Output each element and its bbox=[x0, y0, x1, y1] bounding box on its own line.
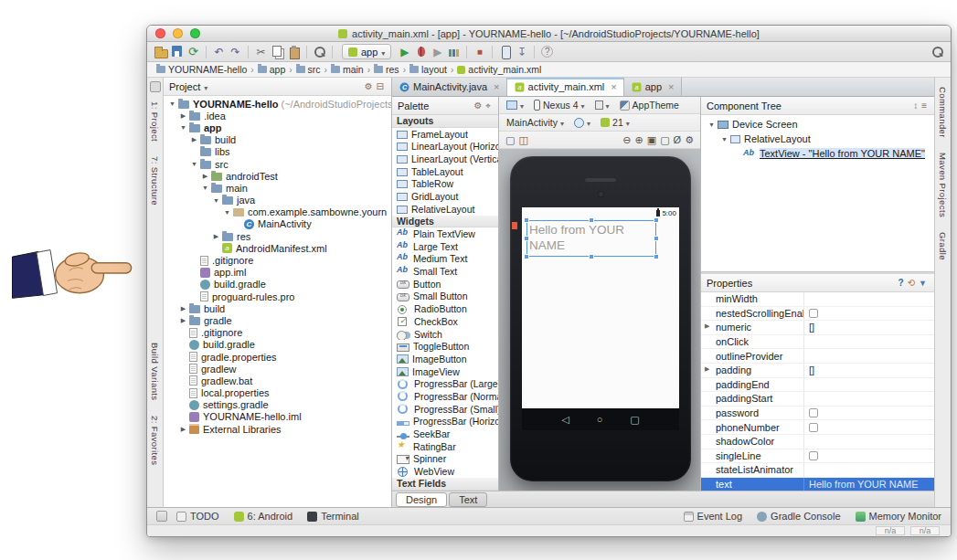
expand-arrow-icon[interactable]: ▶ bbox=[200, 173, 210, 180]
property-row[interactable]: textHello from YOUR NAME bbox=[701, 478, 934, 491]
palette-item[interactable]: Switch bbox=[392, 328, 498, 341]
redo-icon[interactable]: ↷ bbox=[228, 44, 243, 59]
palette-item[interactable]: LinearLayout (Vertical) bbox=[392, 153, 498, 165]
selected-textview[interactable]: Hello from YOUR NAME bbox=[526, 220, 656, 257]
property-row[interactable]: paddingEnd bbox=[701, 378, 934, 393]
expand-arrow-icon[interactable]: ▼ bbox=[707, 122, 717, 128]
nav-recents-icon[interactable]: ▢ bbox=[630, 414, 639, 426]
nav-home-icon[interactable]: ○ bbox=[597, 414, 603, 425]
property-row[interactable]: shadowColor bbox=[701, 435, 934, 449]
component-tree-item[interactable]: TextView - "Hello from YOUR NAME" bbox=[701, 146, 934, 161]
property-row[interactable]: onClick bbox=[701, 335, 934, 350]
expand-arrow-icon[interactable]: ▶ bbox=[705, 365, 709, 373]
property-row[interactable]: minWidth bbox=[701, 292, 934, 307]
resize-handle[interactable] bbox=[589, 254, 594, 259]
close-icon[interactable]: × bbox=[611, 81, 616, 92]
device-screen[interactable]: 5:00 Hello from YOUR NAME bbox=[522, 207, 679, 430]
checkbox-unchecked-icon[interactable] bbox=[809, 408, 818, 417]
device-frame-toggle-icon[interactable]: ▢ bbox=[504, 134, 516, 145]
tree-item[interactable]: build.gradle bbox=[164, 339, 391, 351]
palette-item[interactable]: ProgressBar (Horizonta bbox=[392, 416, 498, 428]
tree-item[interactable]: proguard-rules.pro bbox=[164, 291, 391, 302]
tree-item[interactable]: MainActivity bbox=[164, 218, 391, 230]
tree-item[interactable]: ▼main bbox=[164, 182, 391, 194]
expand-arrow-icon[interactable]: ▼ bbox=[211, 197, 221, 204]
run-icon[interactable]: ▶ bbox=[397, 44, 412, 59]
palette-item[interactable]: FrameLayout bbox=[392, 128, 498, 141]
property-value[interactable] bbox=[803, 435, 934, 449]
layout-bounds-toggle-icon[interactable]: ◫ bbox=[516, 134, 529, 145]
expand-arrow-icon[interactable]: ▼ bbox=[178, 124, 188, 131]
palette-item[interactable]: ImageView bbox=[392, 365, 498, 378]
editor-tab[interactable]: app× bbox=[624, 78, 682, 96]
tree-item[interactable]: ▶androidTest bbox=[164, 170, 391, 182]
coverage-icon[interactable]: ▶ bbox=[430, 44, 445, 59]
help-icon[interactable]: ? bbox=[541, 46, 553, 58]
collapse-icon[interactable]: ⊟ bbox=[375, 81, 386, 91]
paste-icon[interactable] bbox=[286, 44, 302, 59]
property-value[interactable] bbox=[803, 392, 934, 406]
menu-icon[interactable]: ≡ bbox=[920, 100, 929, 111]
palette-item[interactable]: RatingBar bbox=[392, 440, 498, 453]
design-canvas[interactable]: 5:00 Hello from YOUR NAME bbox=[499, 149, 700, 491]
resize-handle[interactable] bbox=[654, 254, 659, 259]
palette-item[interactable]: RadioButton bbox=[392, 302, 498, 315]
search-icon[interactable] bbox=[930, 44, 945, 59]
refresh-icon[interactable]: Ø bbox=[672, 134, 684, 145]
palette-item[interactable]: Large Text bbox=[392, 240, 498, 253]
resize-handle[interactable] bbox=[654, 236, 659, 241]
tree-item[interactable]: ▼YOURNAME-hello (~/AndroidStudioProjects… bbox=[164, 98, 391, 110]
palette-item[interactable]: Medium Text bbox=[392, 253, 498, 266]
palette-item[interactable]: Plain TextView bbox=[392, 227, 498, 240]
palette-section-header[interactable]: Layouts bbox=[392, 115, 498, 128]
zoom-in-icon[interactable]: ⊕ bbox=[633, 134, 645, 145]
tree-item[interactable]: gradle.properties bbox=[164, 351, 391, 363]
property-value[interactable]: Hello from YOUR NAME bbox=[803, 478, 934, 491]
status-item[interactable]: Gradle Console bbox=[757, 511, 840, 522]
avd-icon[interactable] bbox=[497, 44, 513, 59]
status-item[interactable]: Memory Monitor bbox=[856, 511, 941, 522]
tool-stripe-button[interactable]: 7: Structure bbox=[150, 156, 160, 206]
checkbox-unchecked-icon[interactable] bbox=[809, 451, 818, 460]
property-value[interactable] bbox=[803, 378, 934, 392]
property-value[interactable]: [] bbox=[803, 321, 934, 334]
sync-icon[interactable]: ⟳ bbox=[186, 44, 201, 59]
locale-dropdown[interactable] bbox=[571, 116, 593, 130]
resize-handle[interactable] bbox=[524, 217, 529, 223]
editor-mode-tab[interactable]: Text bbox=[449, 492, 487, 507]
tree-item[interactable]: YOURNAME-hello.iml bbox=[164, 411, 391, 423]
palette-item[interactable]: ProgressBar (Small) bbox=[392, 403, 498, 416]
toolwindow-switcher-icon[interactable] bbox=[156, 511, 167, 522]
palette-item[interactable]: LinearLayout (Horizonta bbox=[392, 140, 498, 153]
close-icon[interactable]: × bbox=[668, 81, 674, 92]
tree-item[interactable]: ▶build bbox=[164, 134, 391, 146]
zoom-fit-icon[interactable]: ▣ bbox=[645, 134, 658, 145]
sort-icon[interactable]: ↕ bbox=[911, 100, 920, 111]
palette-item[interactable]: CheckBox bbox=[392, 315, 498, 328]
copy-icon[interactable] bbox=[270, 44, 285, 59]
api-level-dropdown[interactable]: 21 bbox=[598, 116, 633, 130]
property-row[interactable]: ▶numeric[] bbox=[701, 321, 934, 335]
property-value[interactable] bbox=[803, 449, 934, 463]
minimize-button[interactable] bbox=[173, 28, 183, 38]
zoom-100-icon[interactable]: ▢ bbox=[658, 134, 671, 145]
property-row[interactable]: ▶padding[] bbox=[701, 364, 934, 378]
palette-item[interactable]: Button bbox=[392, 278, 498, 291]
tree-item[interactable]: app.iml bbox=[164, 267, 391, 279]
activity-dropdown[interactable]: MainActivity bbox=[504, 116, 567, 130]
resize-handle[interactable] bbox=[654, 217, 659, 223]
property-value[interactable]: [] bbox=[803, 364, 934, 377]
palette-item[interactable]: ProgressBar (Normal) bbox=[392, 390, 498, 403]
sdk-icon[interactable]: ↧ bbox=[514, 44, 529, 59]
nav-back-icon[interactable]: ◁ bbox=[561, 414, 569, 426]
expand-arrow-icon[interactable]: ▶ bbox=[189, 136, 199, 143]
breadcrumb-item[interactable]: layout bbox=[409, 64, 447, 75]
tree-item[interactable]: ▶External Libraries bbox=[164, 423, 391, 435]
tree-item[interactable]: .gitignore bbox=[164, 327, 391, 339]
palette-section-header[interactable]: Text Fields bbox=[392, 478, 498, 491]
find-icon[interactable] bbox=[312, 44, 327, 59]
tool-stripe-button[interactable]: Commander bbox=[938, 87, 948, 138]
theme-button[interactable]: AppTheme bbox=[617, 99, 682, 112]
stop-icon[interactable]: ■ bbox=[472, 44, 487, 59]
run-config-dropdown[interactable]: app bbox=[342, 44, 391, 59]
